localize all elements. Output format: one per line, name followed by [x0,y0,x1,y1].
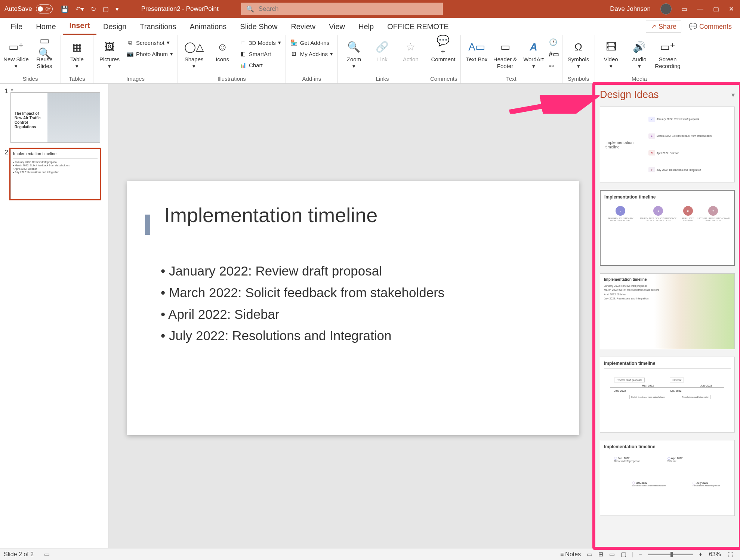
slide-sorter-icon[interactable]: ⊞ [595,551,606,558]
header-footer-button[interactable]: ▭Header & Footer [492,38,518,70]
chevron-down-icon[interactable]: ▾ [731,91,735,99]
video-button[interactable]: 🎞Video▾ [598,38,624,70]
comment-button[interactable]: 💬⁺Comment [430,38,456,63]
tab-view[interactable]: View [322,19,352,35]
shapes-icon: ◯△ [186,40,201,55]
3d-models-button[interactable]: ⬚3D Models ▾ [238,38,283,47]
thumb-slide-2[interactable]: Implementation timeline • January 2022: … [10,149,100,199]
tab-home[interactable]: Home [29,19,62,35]
symbols-button[interactable]: ΩSymbols▾ [565,38,592,70]
heart-icon: ♥ [648,167,655,172]
link-label: Link [377,56,388,63]
tab-file[interactable]: File [4,19,29,35]
close-icon[interactable]: ✕ [729,5,734,13]
check-icon: ✓ [616,206,625,216]
thumb-bullet: • March 2022: Solicit feedback from stak… [13,164,98,167]
idea-item: January 2022: Review draft proposal [657,118,699,120]
thumbnail-1[interactable]: 1 ★ The Impact of New Air Traffic Contro… [3,87,105,143]
object-button[interactable]: ▫▫ [549,62,559,70]
idea-item: JANUARY 2022 REVIEW DRAFT PROPOSAL [604,217,636,222]
my-addins-button[interactable]: ⊞My Add-ins ▾ [289,49,334,58]
tab-insert[interactable]: Insert [63,18,96,35]
textbox-button[interactable]: A▭Text Box [464,38,490,63]
save-icon[interactable]: 💾 [61,5,69,13]
design-idea-4[interactable]: Implementation timeline Review draft pro… [600,357,735,433]
tab-design[interactable]: Design [96,19,133,35]
icons-button[interactable]: ☺Icons [209,38,235,63]
ribbon: ▭⁺New Slide▾ ▭🔍Reuse Slides Slides ▦Tabl… [0,35,740,84]
get-addins-button[interactable]: 🏪Get Add-ins [289,38,334,47]
present-icon[interactable]: ▢ [103,5,109,13]
idea-title: Implementation timeline [604,277,731,281]
audio-button[interactable]: 🔊Audio▾ [626,38,653,70]
date-time-button[interactable]: 🕐 [549,38,559,46]
link-button: 🔗Link [369,38,395,63]
design-idea-3[interactable]: Implementation timeline January 2022: Re… [600,273,735,349]
reading-view-icon[interactable]: ▭ [606,551,618,558]
accessibility-button[interactable]: ▭ [41,551,53,558]
symbols-label: Symbols [568,56,589,63]
slide-thumbnail-panel[interactable]: 1 ★ The Impact of New Air Traffic Contro… [0,84,108,548]
qat-more-icon[interactable]: ▾ [115,5,119,13]
table-button[interactable]: ▦Table▾ [64,38,90,70]
share-button[interactable]: ↗Share [646,21,681,33]
design-ideas-pane[interactable]: Design Ideas ▾ Implementation timeline ✓… [594,84,740,548]
avatar[interactable] [660,3,672,15]
heart-icon: ♥ [708,206,718,216]
autosave-toggle[interactable]: AutoSave Off [4,4,53,13]
pictures-button[interactable]: 🖼Pictures▾ [96,38,123,70]
tab-office-remote[interactable]: OFFICE REMOTE [380,19,455,35]
slide-body[interactable]: • January 2022: Review draft proposal • … [161,260,546,347]
undo-icon[interactable]: ↶▾ [75,5,84,13]
new-slide-icon: ▭⁺ [9,40,24,55]
zoom-in-button[interactable]: + [696,551,705,558]
chevron-down-icon: ▾ [192,63,195,70]
shapes-button[interactable]: ◯△Shapes▾ [181,38,207,70]
photo-album-button[interactable]: 📷Photo Album ▾ [125,49,175,58]
zoom-out-button[interactable]: − [635,551,645,558]
ribbon-display-icon[interactable]: ▭ [681,5,687,13]
tab-animations[interactable]: Animations [183,19,233,35]
screenshot-label: Screenshot [136,40,164,46]
smartart-button[interactable]: ◧SmartArt [238,49,283,58]
minimize-icon[interactable]: — [697,5,703,13]
idea-date: Apr. 2022 [671,457,682,459]
tools-icon: ✖ [683,206,693,216]
idea-item: APRIL 2022: SIDEBAR [680,217,696,222]
tab-review[interactable]: Review [284,19,322,35]
thumb-slide-1[interactable]: The Impact of New Air Traffic Control Re… [10,92,100,143]
slideshow-icon[interactable]: ▢ [618,551,629,558]
zoom-button[interactable]: 🔍Zoom▾ [341,38,367,70]
design-idea-2[interactable]: Implementation timeline ✓JANUARY 2022 RE… [600,190,735,266]
thumbnail-2[interactable]: 2 Implementation timeline • January 2022… [3,149,105,199]
search-input[interactable] [259,5,438,13]
slide-canvas[interactable]: Implementation timeline • January 2022: … [108,84,594,548]
screen-recording-button[interactable]: ▭⁺Screen Recording [655,38,681,70]
quick-access-toolbar: 💾 ↶▾ ↻ ▢ ▾ [61,5,119,13]
maximize-icon[interactable]: ▢ [713,5,719,13]
toggle-switch[interactable]: Off [36,4,53,13]
zoom-slider[interactable] [648,554,693,555]
design-idea-5[interactable]: Implementation timeline ◯ Jan. 2022Revie… [600,440,735,516]
reuse-slides-button[interactable]: ▭🔍Reuse Slides [31,38,58,70]
chart-button[interactable]: 📊Chart [238,61,283,70]
new-slide-button[interactable]: ▭⁺New Slide▾ [3,38,29,70]
slide-number-button[interactable]: #▭ [549,50,559,58]
chevron-down-icon: ▾ [108,63,111,70]
photo-album-icon: 📷 [126,50,134,58]
comments-button[interactable]: 💬Comments [684,21,736,32]
current-slide[interactable]: Implementation timeline • January 2022: … [127,181,579,435]
wordart-button[interactable]: AWordArt▾ [521,38,547,70]
redo-icon[interactable]: ↻ [91,5,96,13]
slide-title[interactable]: Implementation timeline [164,203,546,227]
notes-button[interactable]: ≡ Notes [557,551,584,558]
idea-item: Sidebar [670,378,684,382]
search-box[interactable]: 🔍 [241,3,443,15]
tab-transitions[interactable]: Transitions [133,19,183,35]
tab-help[interactable]: Help [352,19,380,35]
normal-view-icon[interactable]: ▭ [584,551,595,558]
fit-to-window-button[interactable]: ⬚ [725,551,736,558]
screenshot-button[interactable]: ⧉Screenshot ▾ [125,38,175,47]
design-idea-1[interactable]: Implementation timeline ✓January 2022: R… [600,107,735,182]
tab-slideshow[interactable]: Slide Show [233,19,284,35]
